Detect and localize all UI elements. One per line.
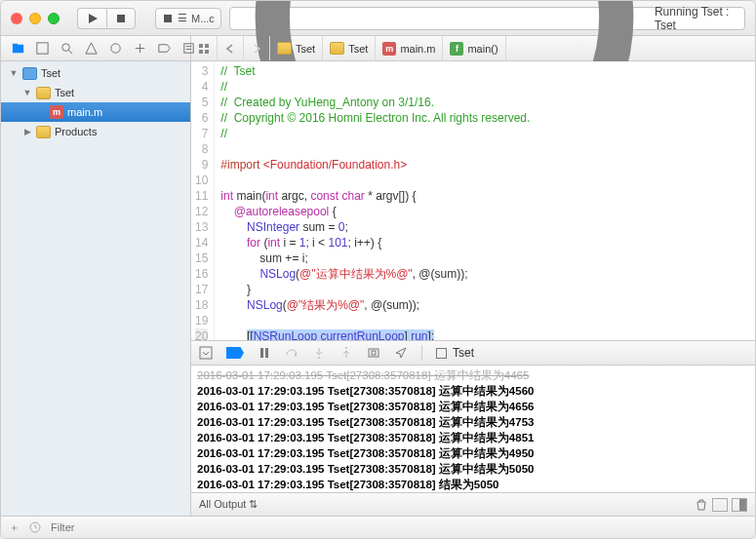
svg-rect-10	[205, 50, 209, 54]
disclosure-triangle[interactable]: ▶	[22, 127, 32, 136]
step-into-icon[interactable]	[312, 346, 326, 360]
line-number: 7	[195, 126, 208, 141]
project-navigator[interactable]: ▼Tset▼Tsetmmain.m▶Products	[1, 61, 191, 516]
console-output[interactable]: 2016-03-01 17:29:03.195 Tset[27308:35708…	[191, 366, 755, 492]
project-navigator-icon[interactable]	[11, 41, 25, 56]
run-stop-segment	[77, 8, 136, 29]
zoom-window-button[interactable]	[48, 13, 60, 24]
debug-navigator-icon[interactable]	[133, 41, 147, 56]
tree-label: Tset	[55, 87, 74, 98]
code-line[interactable]: [[NSRunLoop currentRunLoop] run];	[220, 328, 755, 340]
process-label[interactable]: Tset	[436, 346, 474, 360]
svg-rect-13	[265, 348, 268, 358]
filter-recent-icon[interactable]	[29, 521, 41, 533]
tree-item[interactable]: ▼Tset	[1, 63, 190, 83]
titlebar: ☰ M...c Running Tset : Tset	[1, 1, 755, 36]
svg-point-15	[345, 347, 347, 349]
code-line[interactable]	[220, 313, 755, 328]
disclosure-triangle[interactable]: ▼	[22, 88, 32, 97]
code-line[interactable]: NSInteger sum = 0;	[220, 219, 755, 235]
code-line[interactable]: //	[220, 126, 755, 141]
location-icon[interactable]	[394, 346, 408, 360]
console-line: 2016-03-01 17:29:03.195 Tset[27308:35708…	[197, 399, 749, 414]
svg-rect-3	[37, 43, 48, 54]
breakpoint-navigator-icon[interactable]	[157, 41, 172, 56]
main-area: ▼Tset▼Tsetmmain.m▶Products 3456789101112…	[1, 61, 755, 516]
jumpbar-item[interactable]: mmain.m	[376, 36, 443, 60]
code-line[interactable]: // Copyright © 2016 Homni Electron Inc. …	[220, 110, 755, 126]
variables-pane-toggle[interactable]	[712, 498, 728, 512]
svg-rect-9	[199, 50, 203, 54]
line-number: 4	[195, 79, 208, 95]
tree-item[interactable]: ▼Tset	[1, 83, 190, 102]
line-number: 14	[195, 235, 208, 250]
code-line[interactable]: @autoreleasepool {	[220, 204, 755, 219]
jumpbar-item[interactable]: fmain()	[443, 36, 505, 60]
tree-item[interactable]: mmain.m	[1, 102, 190, 122]
forward-button[interactable]	[244, 36, 270, 60]
window-traffic-lights	[11, 13, 60, 24]
trash-icon[interactable]	[695, 498, 708, 512]
svg-rect-16	[369, 349, 378, 357]
line-number: 11	[195, 188, 208, 204]
code-line[interactable]	[220, 173, 755, 188]
pause-button[interactable]	[258, 346, 271, 360]
code-line[interactable]: for (int i = 1; i < 101; i++) {	[220, 235, 755, 250]
svg-rect-11	[200, 347, 212, 359]
folder-icon	[277, 42, 292, 55]
jumpbar-item[interactable]: Tset	[270, 36, 323, 60]
source-editor[interactable]: 3456789101112131415161718192021222324 //…	[191, 61, 755, 340]
target-icon	[162, 13, 174, 24]
code-line[interactable]: int main(int argc, const char * argv[]) …	[220, 188, 755, 204]
tree-label: Tset	[41, 67, 60, 79]
breakpoints-toggle[interactable]	[226, 347, 244, 359]
filter-input[interactable]	[51, 521, 187, 533]
back-button[interactable]	[218, 36, 244, 60]
test-navigator-icon[interactable]	[108, 41, 123, 56]
line-gutter: 3456789101112131415161718192021222324	[191, 61, 215, 340]
console-line: 2016-03-01 17:29:03.195 Tset[27308:35708…	[197, 445, 749, 461]
console-line: 2016-03-01 17:29:03.195 Tset[27308:35708…	[197, 461, 749, 477]
issue-navigator-icon[interactable]	[84, 41, 99, 56]
output-selector[interactable]: All Output ⇅	[199, 498, 258, 511]
line-number: 18	[195, 297, 208, 313]
symbol-navigator-icon[interactable]	[35, 41, 50, 56]
code-line[interactable]: }	[220, 282, 755, 297]
code-line[interactable]: // Tset	[220, 63, 755, 79]
svg-rect-12	[260, 348, 263, 358]
code-line[interactable]: sum += i;	[220, 250, 755, 266]
add-button[interactable]: ＋	[9, 520, 20, 535]
process-icon	[436, 348, 447, 359]
stop-button[interactable]	[106, 8, 136, 29]
folder-icon	[36, 87, 51, 99]
code-line[interactable]: NSLog(@"运算中结果为%@", @(sum));	[220, 266, 755, 282]
jumpbar-label: main.m	[400, 43, 435, 55]
code-line[interactable]: #import <Foundation/Foundation.h>	[220, 157, 755, 173]
jumpbar-label: main()	[467, 43, 497, 55]
disclosure-triangle[interactable]: ▼	[9, 68, 19, 78]
code-line[interactable]: //	[220, 79, 755, 95]
code-line[interactable]	[220, 141, 755, 157]
tree-item[interactable]: ▶Products	[1, 122, 190, 141]
console-footer: All Output ⇅	[191, 492, 755, 516]
code-line[interactable]: // Created by YuHeng_Antony on 3/1/16.	[220, 95, 755, 110]
step-over-icon[interactable]	[285, 346, 298, 360]
svg-rect-7	[199, 44, 203, 48]
step-out-icon[interactable]	[339, 346, 353, 360]
jumpbar-item[interactable]: Tset	[323, 36, 376, 60]
console-line: 2016-03-01 17:29:03.195 Tset[27308:35708…	[197, 367, 749, 383]
close-window-button[interactable]	[11, 13, 22, 24]
scheme-selector[interactable]: ☰ M...c	[155, 8, 221, 29]
folder-icon	[36, 126, 51, 138]
code-line[interactable]: NSLog(@"结果为%@", @(sum));	[220, 297, 755, 313]
minimize-window-button[interactable]	[29, 13, 41, 24]
line-number: 19	[195, 313, 208, 328]
run-button[interactable]	[77, 8, 106, 29]
console-pane-toggle[interactable]	[732, 498, 747, 512]
related-items-button[interactable]	[191, 36, 218, 60]
find-navigator-icon[interactable]	[60, 41, 74, 56]
svg-rect-17	[372, 351, 376, 355]
view-debug-icon[interactable]	[367, 346, 380, 360]
hide-debug-icon[interactable]	[199, 346, 213, 360]
code-content[interactable]: // Tset//// Created by YuHeng_Antony on …	[215, 61, 755, 340]
